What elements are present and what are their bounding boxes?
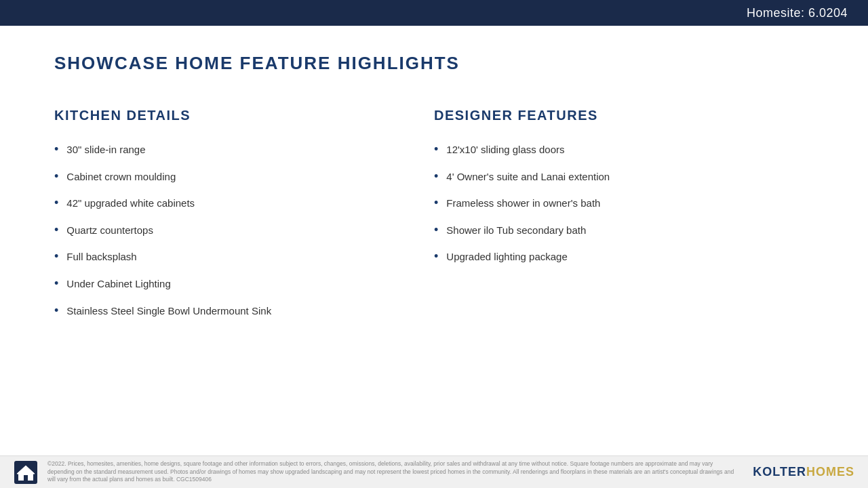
list-item: •Stainless Steel Single Bowl Undermount …: [54, 304, 434, 319]
designer-section-title: DESIGNER FEATURES: [434, 108, 814, 123]
designer-feature-list: •12'x10' sliding glass doors•4' Owner's …: [434, 142, 814, 264]
list-item: •12'x10' sliding glass doors: [434, 142, 814, 157]
list-item: •Cabinet crown moulding: [54, 169, 434, 184]
brand-name: KOLTERHOMES: [753, 465, 854, 479]
bullet-icon: •: [54, 277, 58, 291]
page-title: SHOWCASE HOME FEATURE HIGHLIGHTS: [54, 53, 814, 74]
homesite-label: Homesite: 6.0204: [747, 6, 848, 20]
list-item: •Under Cabinet Lighting: [54, 277, 434, 291]
list-item: •Full backsplash: [54, 249, 434, 264]
designer-column: DESIGNER FEATURES •12'x10' sliding glass…: [434, 108, 814, 330]
list-item: •30" slide-in range: [54, 142, 434, 157]
bullet-icon: •: [54, 196, 58, 211]
bullet-icon: •: [434, 142, 438, 157]
header-bar: Homesite: 6.0204: [0, 0, 868, 26]
kitchen-section-title: KITCHEN DETAILS: [54, 108, 434, 123]
columns-container: KITCHEN DETAILS •30" slide-in range•Cabi…: [54, 108, 814, 330]
house-icon: [14, 460, 38, 485]
bullet-icon: •: [434, 223, 438, 238]
footer-brand: KOLTERHOMES: [753, 465, 854, 479]
bullet-icon: •: [54, 249, 58, 264]
bullet-icon: •: [434, 169, 438, 184]
kitchen-column: KITCHEN DETAILS •30" slide-in range•Cabi…: [54, 108, 434, 330]
bullet-icon: •: [54, 223, 58, 238]
list-item: •Frameless shower in owner's bath: [434, 196, 814, 211]
list-item: •Upgraded lighting package: [434, 249, 814, 264]
footer: ©2022. Prices, homesites, amenities, hom…: [0, 455, 868, 488]
bullet-icon: •: [54, 169, 58, 184]
list-item: •4' Owner's suite and Lanai extention: [434, 169, 814, 184]
main-content: SHOWCASE HOME FEATURE HIGHLIGHTS KITCHEN…: [0, 26, 868, 344]
bullet-icon: •: [54, 304, 58, 319]
bullet-icon: •: [54, 142, 58, 157]
bullet-icon: •: [434, 196, 438, 211]
list-item: •42" upgraded white cabinets: [54, 196, 434, 211]
list-item: •Shower ilo Tub secondary bath: [434, 223, 814, 238]
list-item: •Quartz countertops: [54, 223, 434, 238]
bullet-icon: •: [434, 249, 438, 264]
kitchen-feature-list: •30" slide-in range•Cabinet crown mouldi…: [54, 142, 434, 318]
footer-disclaimer: ©2022. Prices, homesites, amenities, hom…: [47, 460, 739, 485]
